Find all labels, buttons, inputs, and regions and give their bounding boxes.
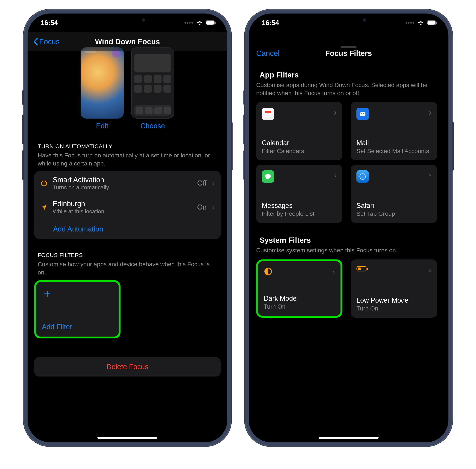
- filter-title: Mail: [356, 139, 431, 147]
- nav-bar: Focus Wind Down Focus: [28, 32, 227, 51]
- notch: [314, 14, 383, 27]
- filter-sub: Turn On: [264, 303, 335, 310]
- chevron-right-icon: ›: [334, 170, 337, 183]
- svg-rect-12: [266, 115, 266, 116]
- filter-sub: Set Tab Group: [356, 210, 431, 217]
- mute-switch[interactable]: [22, 90, 24, 105]
- volume-down-button[interactable]: [243, 150, 245, 180]
- cellular-dots-icon: ••••: [405, 20, 415, 26]
- filter-title: Safari: [356, 202, 431, 210]
- chevron-right-icon: ›: [212, 203, 215, 212]
- svg-rect-19: [358, 268, 361, 270]
- side-button[interactable]: [231, 122, 233, 171]
- battery-icon: [206, 20, 216, 25]
- smart-activation-row[interactable]: Smart Activation Turns on automatically …: [34, 171, 221, 195]
- back-label: Focus: [39, 37, 60, 46]
- filters-header: FOCUS FILTERS: [38, 252, 217, 258]
- power-icon: [40, 180, 48, 187]
- svg-rect-6: [265, 111, 271, 113]
- svg-rect-10: [268, 114, 269, 115]
- auto-header: TURN ON AUTOMATICALLY: [38, 143, 217, 150]
- chevron-right-icon: ›: [428, 265, 431, 274]
- content-left: Edit Choose TURN ON AUTOMATICALLY Have: [28, 38, 227, 442]
- row-value: Off: [197, 179, 206, 187]
- system-filters-header: System Filters: [260, 236, 438, 244]
- app-filters-header: App Filters: [260, 71, 438, 79]
- filter-messages[interactable]: › Messages Filter by People List: [256, 165, 342, 223]
- choose-homescreen-button[interactable]: Choose: [141, 122, 165, 130]
- mail-icon: [356, 108, 369, 120]
- svg-rect-2: [215, 22, 216, 24]
- chevron-right-icon: ›: [334, 108, 337, 120]
- svg-rect-11: [270, 114, 270, 115]
- add-automation-button[interactable]: Add Automation: [34, 219, 221, 239]
- filter-title: Dark Mode: [264, 295, 335, 302]
- volume-up-button[interactable]: [243, 115, 245, 144]
- volume-up-button[interactable]: [22, 115, 24, 144]
- delete-focus-button[interactable]: Delete Focus: [34, 357, 221, 377]
- sheet-header: Cancel Focus Filters: [249, 44, 448, 63]
- svg-rect-13: [267, 115, 268, 116]
- low-power-icon: [356, 265, 368, 274]
- filter-low-power[interactable]: › Low Power Mode Turn On: [351, 259, 437, 318]
- svg-rect-9: [267, 114, 268, 115]
- battery-icon: [427, 20, 437, 25]
- safari-icon: [356, 170, 369, 183]
- chevron-right-icon: ›: [428, 170, 431, 183]
- chevron-right-icon: ›: [428, 108, 431, 120]
- home-indicator[interactable]: [97, 437, 158, 439]
- chevron-right-icon: ›: [212, 179, 215, 188]
- row-sub: Turns on automatically: [53, 184, 193, 191]
- svg-rect-14: [360, 112, 365, 116]
- filters-sub: Customise how your apps and device behav…: [38, 260, 217, 276]
- phone-right: 16:54 •••• Cancel Focus Filters App Filt…: [245, 9, 453, 447]
- svg-rect-20: [367, 268, 368, 270]
- filter-dark-mode[interactable]: › Dark Mode Turn On: [256, 259, 342, 318]
- app-filters-sub: Customise apps during Wind Down Focus. S…: [256, 81, 441, 97]
- filter-calendar[interactable]: › Calendar Filter Calendars: [256, 102, 342, 160]
- cancel-button[interactable]: Cancel: [256, 49, 280, 58]
- svg-rect-1: [206, 21, 214, 25]
- phone-left: 16:54 •••• Edit: [23, 9, 231, 447]
- back-button[interactable]: Focus: [33, 37, 60, 46]
- volume-down-button[interactable]: [22, 150, 24, 180]
- row-value: On: [197, 203, 207, 211]
- row-title: Edinburgh: [53, 200, 193, 208]
- status-time: 16:54: [41, 19, 58, 27]
- side-button[interactable]: [452, 122, 454, 171]
- add-filter-card[interactable]: ＋ Add Filter: [34, 280, 121, 338]
- system-filters-sub: Customise system settings when this Focu…: [256, 246, 441, 254]
- filter-title: Calendar: [262, 139, 337, 147]
- svg-rect-5: [436, 22, 437, 24]
- lock-screen-preview[interactable]: [80, 47, 124, 118]
- cellular-dots-icon: ••••: [184, 20, 194, 26]
- notch: [93, 14, 162, 27]
- automation-group: Smart Activation Turns on automatically …: [34, 171, 221, 239]
- location-row[interactable]: Edinburgh While at this location On ›: [34, 195, 221, 219]
- delete-focus-label: Delete Focus: [106, 363, 148, 371]
- chevron-right-icon: ›: [332, 267, 335, 277]
- mute-switch[interactable]: [243, 90, 245, 105]
- auto-sub: Have this Focus turn on automatically at…: [38, 151, 217, 168]
- home-screen-preview[interactable]: [131, 47, 174, 118]
- filter-safari[interactable]: › Safari Set Tab Group: [351, 165, 437, 223]
- home-indicator[interactable]: [318, 437, 379, 439]
- wifi-icon: [196, 20, 203, 26]
- row-sub: While at this location: [53, 208, 193, 215]
- svg-rect-4: [428, 21, 435, 25]
- filter-title: Low Power Mode: [356, 296, 431, 304]
- filter-sub: Filter by People List: [262, 210, 337, 217]
- add-filter-label: Add Filter: [42, 323, 113, 331]
- filter-sub: Filter Calendars: [262, 148, 337, 155]
- filter-sub: Set Selected Mail Accounts: [356, 148, 431, 155]
- location-arrow-icon: [40, 204, 48, 211]
- edit-lockscreen-button[interactable]: Edit: [96, 122, 108, 130]
- dark-mode-icon: [264, 267, 273, 277]
- filter-mail[interactable]: › Mail Set Selected Mail Accounts: [351, 102, 437, 160]
- filter-sub: Turn On: [356, 305, 431, 312]
- sheet-title: Focus Filters: [325, 49, 372, 58]
- row-title: Smart Activation: [53, 176, 193, 184]
- status-time: 16:54: [262, 19, 279, 27]
- page-title: Wind Down Focus: [95, 37, 160, 46]
- messages-icon: [262, 170, 274, 183]
